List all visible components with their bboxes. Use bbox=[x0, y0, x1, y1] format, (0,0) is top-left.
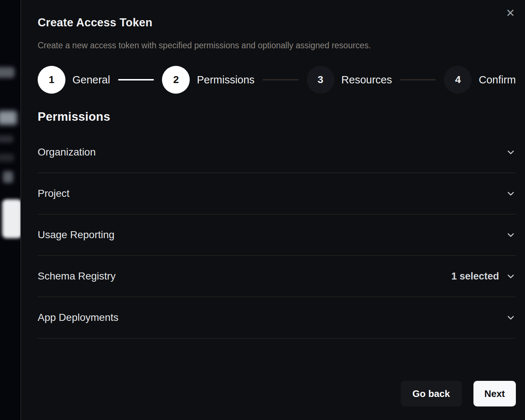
accordion-row-schema-registry[interactable]: Schema Registry 1 selected bbox=[38, 256, 516, 297]
accordion-row-label: App Deployments bbox=[38, 312, 118, 323]
permissions-accordion: Organization Project Usage Reporting Sch… bbox=[38, 132, 516, 338]
blurred-background-icon bbox=[3, 171, 13, 183]
accordion-row-usage-reporting[interactable]: Usage Reporting bbox=[38, 214, 516, 256]
step-number-badge: 3 bbox=[307, 66, 335, 94]
permissions-heading: Permissions bbox=[38, 110, 516, 124]
step-connector bbox=[118, 79, 154, 80]
step-label: Permissions bbox=[197, 74, 254, 86]
modal-subtitle: Create a new access token with specified… bbox=[38, 41, 516, 50]
selection-count: 1 selected bbox=[451, 271, 499, 282]
dimmed-app-background bbox=[0, 0, 20, 420]
accordion-row-organization[interactable]: Organization bbox=[38, 132, 516, 173]
chevron-down-icon bbox=[506, 188, 516, 199]
step-number-badge: 4 bbox=[444, 66, 472, 94]
chevron-down-icon bbox=[506, 271, 516, 281]
chevron-down-icon bbox=[506, 147, 516, 157]
step-number-badge: 2 bbox=[162, 66, 190, 94]
stepper: 1 General 2 Permissions 3 Resources 4 Co… bbox=[38, 66, 516, 94]
blurred-background-shape bbox=[0, 67, 15, 78]
accordion-row-label: Project bbox=[38, 188, 69, 199]
blurred-background-text bbox=[0, 111, 17, 125]
blurred-background-text bbox=[0, 154, 14, 162]
accordion-row-label: Schema Registry bbox=[38, 270, 116, 282]
step-connector bbox=[262, 79, 298, 80]
step-label: General bbox=[72, 74, 110, 86]
step-number-badge: 1 bbox=[38, 66, 65, 94]
next-button[interactable]: Next bbox=[473, 381, 516, 406]
step-general[interactable]: 1 General bbox=[38, 66, 110, 94]
step-permissions[interactable]: 2 Permissions bbox=[162, 66, 254, 94]
modal-footer: Go back Next bbox=[38, 381, 516, 406]
step-confirm[interactable]: 4 Confirm bbox=[444, 66, 516, 94]
accordion-row-label: Usage Reporting bbox=[38, 229, 114, 241]
chevron-down-icon bbox=[506, 230, 516, 240]
accordion-row-app-deployments[interactable]: App Deployments bbox=[38, 297, 516, 338]
go-back-button[interactable]: Go back bbox=[401, 381, 462, 406]
blurred-background-card bbox=[2, 199, 20, 238]
step-label: Confirm bbox=[479, 74, 516, 86]
step-connector bbox=[400, 79, 436, 80]
chevron-down-icon bbox=[506, 312, 516, 323]
blurred-background-text bbox=[0, 135, 13, 143]
modal-title: Create Access Token bbox=[38, 16, 516, 29]
accordion-row-project[interactable]: Project bbox=[38, 173, 516, 214]
accordion-row-label: Organization bbox=[38, 146, 96, 158]
create-access-token-modal: ✕ Create Access Token Create a new acces… bbox=[20, 0, 525, 420]
step-resources[interactable]: 3 Resources bbox=[307, 66, 392, 94]
step-label: Resources bbox=[341, 74, 392, 86]
close-icon[interactable]: ✕ bbox=[503, 6, 518, 20]
